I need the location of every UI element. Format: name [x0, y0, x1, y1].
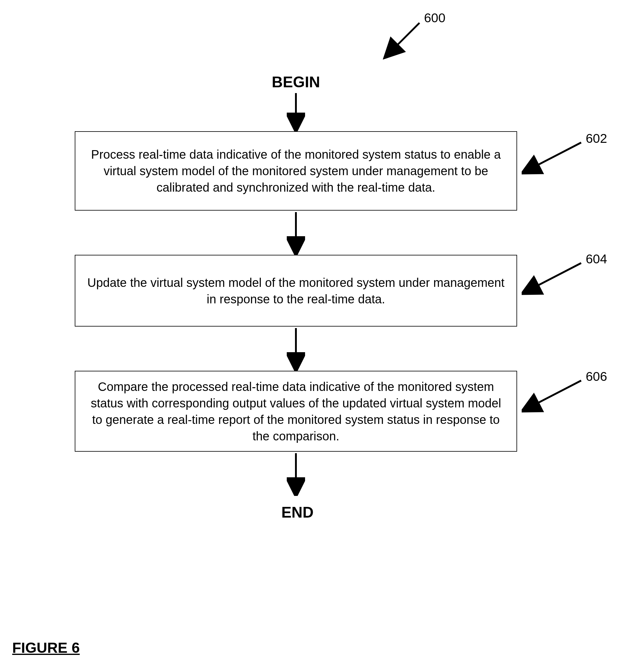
ref-label-main: 600 — [424, 11, 445, 25]
svg-line-2 — [529, 143, 581, 169]
figure-label: FIGURE 6 — [12, 639, 80, 656]
arrow-box1-to-box2 — [287, 211, 305, 255]
ref-arrow-606 — [522, 377, 586, 416]
end-label: END — [276, 504, 319, 521]
process-box-604: Update the virtual system model of the m… — [75, 255, 517, 327]
arrow-begin-to-box1 — [287, 92, 305, 131]
process-box-606: Compare the processed real-time data ind… — [75, 371, 517, 452]
svg-line-0 — [391, 23, 420, 52]
ref-label-604: 604 — [586, 252, 607, 266]
flowchart-canvas: 600 BEGIN Process real-time data indicat… — [0, 0, 626, 672]
process-box-602: Process real-time data indicative of the… — [75, 131, 517, 211]
ref-arrow-main — [383, 18, 426, 61]
svg-line-6 — [529, 381, 581, 407]
begin-label: BEGIN — [266, 73, 326, 91]
svg-line-4 — [529, 263, 581, 290]
ref-arrow-604 — [522, 259, 586, 299]
ref-arrow-602 — [522, 139, 586, 178]
arrow-box3-to-end — [287, 452, 305, 496]
ref-label-602: 602 — [586, 131, 607, 146]
arrow-box2-to-box3 — [287, 327, 305, 371]
ref-label-606: 606 — [586, 369, 607, 384]
